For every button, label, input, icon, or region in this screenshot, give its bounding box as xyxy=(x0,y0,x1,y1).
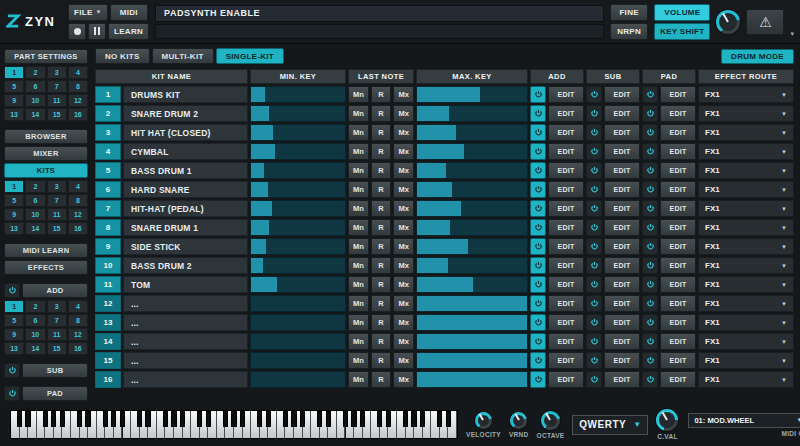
piano-black-key[interactable] xyxy=(351,411,356,427)
effect-route-select[interactable]: FX1 ▼ xyxy=(698,276,794,293)
kit-name-field[interactable]: SIDE STICK xyxy=(123,238,248,255)
part-select-cell-4[interactable]: 4 xyxy=(68,66,88,79)
min-key-slider[interactable] xyxy=(250,295,346,312)
part-select-cell-16[interactable]: 16 xyxy=(68,108,88,121)
last-note-reset-button[interactable]: R xyxy=(371,276,392,293)
last-note-min-button[interactable]: Mn xyxy=(348,314,369,331)
padsynth-enable-field[interactable]: PADSYNTH ENABLE xyxy=(155,5,604,22)
add-voice-cell-11[interactable]: 11 xyxy=(47,328,67,341)
sub-edit-button[interactable]: EDIT xyxy=(604,86,640,103)
pad-edit-button[interactable]: EDIT xyxy=(660,333,696,350)
min-key-slider[interactable] xyxy=(250,333,346,350)
pad-edit-button[interactable]: EDIT xyxy=(660,352,696,369)
sub-enable-button[interactable] xyxy=(586,314,602,331)
add-enable-button[interactable] xyxy=(530,219,546,236)
browser-button[interactable]: BROWSER xyxy=(4,129,88,144)
kit-name-field[interactable]: DRUMS KIT xyxy=(123,86,248,103)
piano-black-key[interactable] xyxy=(103,411,108,427)
max-key-slider[interactable] xyxy=(416,295,528,312)
pad-enable-button[interactable] xyxy=(642,276,658,293)
pad-edit-button[interactable]: EDIT xyxy=(660,105,696,122)
last-note-min-button[interactable]: Mn xyxy=(348,200,369,217)
last-note-reset-button[interactable]: R xyxy=(371,257,392,274)
max-key-slider[interactable] xyxy=(416,143,528,160)
add-enable-button[interactable] xyxy=(530,295,546,312)
min-key-slider[interactable] xyxy=(250,352,346,369)
pause-button[interactable] xyxy=(88,23,106,40)
last-note-max-button[interactable]: Mx xyxy=(393,162,414,179)
add-edit-button[interactable]: EDIT xyxy=(548,143,584,160)
last-note-min-button[interactable]: Mn xyxy=(348,219,369,236)
pad-edit-button[interactable]: EDIT xyxy=(660,219,696,236)
sub-enable-button[interactable] xyxy=(586,276,602,293)
piano-black-key[interactable] xyxy=(240,411,245,427)
add-button[interactable]: ADD xyxy=(22,283,88,298)
kit-name-field[interactable]: CYMBAL xyxy=(123,143,248,160)
add-voice-cell-4[interactable]: 4 xyxy=(68,300,88,313)
fine-button[interactable]: FINE xyxy=(610,4,648,21)
octave-knob[interactable] xyxy=(541,411,560,430)
kit-select-cell-12[interactable]: 12 xyxy=(68,208,88,221)
max-key-slider[interactable] xyxy=(416,181,528,198)
max-key-slider[interactable] xyxy=(416,200,528,217)
pad-edit-button[interactable]: EDIT xyxy=(660,314,696,331)
piano-black-key[interactable] xyxy=(300,411,305,427)
pad-enable-button[interactable] xyxy=(642,371,658,388)
sub-enable-button[interactable] xyxy=(586,105,602,122)
kit-name-field[interactable]: ... xyxy=(123,371,248,388)
pad-edit-button[interactable]: EDIT xyxy=(660,295,696,312)
add-enable-button[interactable] xyxy=(530,238,546,255)
sub-edit-button[interactable]: EDIT xyxy=(604,105,640,122)
pad-button[interactable]: PAD xyxy=(22,386,88,401)
piano-black-key[interactable] xyxy=(437,411,442,427)
pad-enable-button[interactable] xyxy=(642,219,658,236)
max-key-slider[interactable] xyxy=(416,86,528,103)
pad-enable-button[interactable] xyxy=(642,295,658,312)
effects-button[interactable]: EFFECTS xyxy=(4,260,88,275)
sub-edit-button[interactable]: EDIT xyxy=(604,314,640,331)
sub-edit-button[interactable]: EDIT xyxy=(604,257,640,274)
sub-enable-button[interactable] xyxy=(586,86,602,103)
last-note-reset-button[interactable]: R xyxy=(371,314,392,331)
last-note-reset-button[interactable]: R xyxy=(371,124,392,141)
last-note-reset-button[interactable]: R xyxy=(371,333,392,350)
add-enable-button[interactable] xyxy=(530,257,546,274)
last-note-reset-button[interactable]: R xyxy=(371,371,392,388)
part-select-cell-3[interactable]: 3 xyxy=(47,66,67,79)
add-edit-button[interactable]: EDIT xyxy=(548,295,584,312)
velocity-knob[interactable] xyxy=(475,412,492,429)
pad-enable-button[interactable] xyxy=(642,105,658,122)
nrpn-button[interactable]: NRPN xyxy=(610,23,648,40)
add-edit-button[interactable]: EDIT xyxy=(548,105,584,122)
sub-edit-button[interactable]: EDIT xyxy=(604,352,640,369)
piano-black-key[interactable] xyxy=(317,411,322,427)
pad-edit-button[interactable]: EDIT xyxy=(660,257,696,274)
kit-name-field[interactable]: SNARE DRUM 1 xyxy=(123,219,248,236)
max-key-slider[interactable] xyxy=(416,124,528,141)
add-edit-button[interactable]: EDIT xyxy=(548,276,584,293)
sub-edit-button[interactable]: EDIT xyxy=(604,276,640,293)
pad-enable-button[interactable] xyxy=(642,257,658,274)
effect-route-select[interactable]: FX1 ▼ xyxy=(698,295,794,312)
effect-route-select[interactable]: FX1 ▼ xyxy=(698,238,794,255)
pad-edit-button[interactable]: EDIT xyxy=(660,276,696,293)
last-note-min-button[interactable]: Mn xyxy=(348,276,369,293)
kit-name-field[interactable]: SNARE DRUM 2 xyxy=(123,105,248,122)
sub-edit-button[interactable]: EDIT xyxy=(604,162,640,179)
sub-enable-button[interactable] xyxy=(586,162,602,179)
last-note-reset-button[interactable]: R xyxy=(371,86,392,103)
part-select-cell-5[interactable]: 5 xyxy=(4,80,24,93)
min-key-slider[interactable] xyxy=(250,219,346,236)
part-select-cell-2[interactable]: 2 xyxy=(25,66,45,79)
last-note-max-button[interactable]: Mx xyxy=(393,219,414,236)
virtual-keyboard[interactable] xyxy=(10,410,458,439)
last-note-max-button[interactable]: Mx xyxy=(393,181,414,198)
kit-number-badge[interactable]: 8 xyxy=(95,219,121,236)
min-key-slider[interactable] xyxy=(250,162,346,179)
volume-button[interactable]: VOLUME xyxy=(654,4,710,21)
add-edit-button[interactable]: EDIT xyxy=(548,257,584,274)
add-edit-button[interactable]: EDIT xyxy=(548,333,584,350)
last-note-max-button[interactable]: Mx xyxy=(393,352,414,369)
effect-route-select[interactable]: FX1 ▼ xyxy=(698,314,794,331)
max-key-slider[interactable] xyxy=(416,371,528,388)
